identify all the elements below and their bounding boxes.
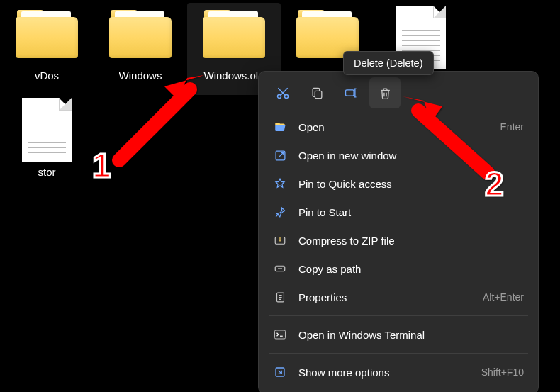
- context-menu-toolbar: [263, 77, 534, 111]
- item-windows[interactable]: Windows: [94, 3, 187, 95]
- copy-button[interactable]: [301, 77, 332, 108]
- rename-button[interactable]: [335, 77, 366, 108]
- svg-rect-2: [315, 91, 322, 98]
- menu-label: Show more options: [298, 366, 470, 379]
- annotation-label-1: 1: [92, 146, 111, 185]
- show-more-icon: [273, 365, 287, 379]
- menu-label: Copy as path: [298, 263, 524, 275]
- terminal-icon: [273, 327, 287, 342]
- zip-icon: [273, 233, 287, 247]
- menu-open[interactable]: Open Enter: [263, 113, 534, 141]
- star-icon: [273, 177, 287, 191]
- menu-label: Open in Windows Terminal: [298, 329, 524, 341]
- menu-label: Compress to ZIP file: [298, 235, 524, 247]
- copy-path-icon: [273, 262, 287, 276]
- annotation-label-2: 2: [485, 164, 504, 203]
- folder-icon: [109, 9, 172, 60]
- menu-label: Open in new window: [298, 150, 524, 162]
- item-label: Windows: [119, 69, 162, 82]
- menu-shortcut: Enter: [500, 121, 524, 133]
- folder-icon: [203, 9, 265, 60]
- item-file-2[interactable]: stor: [0, 95, 94, 187]
- textfile-icon: [22, 98, 72, 162]
- properties-icon: [273, 290, 287, 304]
- item-label: stor: [38, 166, 55, 178]
- open-folder-icon: [273, 120, 287, 134]
- item-vdos[interactable]: vDos: [0, 3, 94, 95]
- menu-open-terminal[interactable]: Open in Windows Terminal: [263, 320, 534, 349]
- menu-divider: [269, 315, 528, 316]
- menu-label: Open: [298, 121, 489, 133]
- cut-button[interactable]: [267, 77, 298, 108]
- svg-point-1: [285, 95, 289, 99]
- svg-rect-3: [346, 90, 354, 96]
- menu-properties[interactable]: Properties Alt+Enter: [263, 283, 534, 311]
- menu-compress-zip[interactable]: Compress to ZIP file: [263, 226, 534, 254]
- pin-icon: [273, 205, 287, 219]
- menu-shortcut: Alt+Enter: [483, 291, 524, 303]
- menu-copy-path[interactable]: Copy as path: [263, 254, 534, 283]
- svg-point-0: [278, 95, 281, 99]
- context-menu: Open Enter Open in new window Pin to Qui…: [258, 71, 539, 392]
- menu-shortcut: Shift+F10: [481, 366, 524, 378]
- item-label: vDos: [35, 69, 59, 82]
- menu-label: Properties: [298, 291, 471, 303]
- svg-rect-8: [275, 330, 286, 339]
- delete-button[interactable]: [369, 77, 401, 108]
- delete-tooltip: Delete (Delete): [343, 51, 434, 75]
- menu-divider: [269, 353, 528, 354]
- menu-show-more[interactable]: Show more options Shift+F10: [263, 358, 534, 386]
- new-window-icon: [273, 148, 287, 162]
- context-menu-list: Open Enter Open in new window Pin to Qui…: [263, 111, 534, 388]
- item-label: Windows.old: [203, 69, 264, 82]
- menu-label: Pin to Start: [298, 206, 524, 218]
- folder-icon: [16, 9, 78, 60]
